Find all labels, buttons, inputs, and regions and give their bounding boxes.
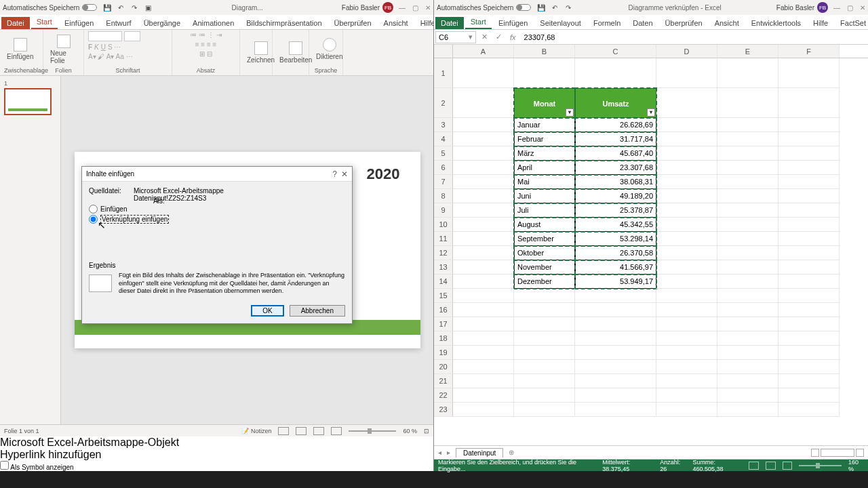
col-D[interactable]: D (656, 45, 717, 58)
ex-view-layout-icon[interactable] (766, 462, 776, 470)
table-cell-month[interactable]: August (514, 218, 575, 232)
ex-tab-start[interactable]: Start (465, 16, 492, 29)
tab-start[interactable]: Start (31, 16, 58, 29)
ex-maximize-icon[interactable]: ▢ (847, 4, 853, 12)
table-cell-value[interactable]: 31.717,84 (575, 132, 656, 146)
autosave-toggle[interactable] (82, 4, 97, 11)
ex-tab-einfuegen[interactable]: Einfügen (493, 17, 533, 29)
filter-icon[interactable]: ▾ (647, 108, 655, 117)
select-all-corner[interactable] (434, 45, 453, 58)
sheet-tab-dateninput[interactable]: Dateninput (456, 448, 503, 458)
table-cell-month[interactable]: Juni (514, 189, 575, 203)
slideshow-icon[interactable]: ▣ (143, 3, 153, 12)
table-cell-month[interactable]: Februar (514, 132, 575, 146)
table-cell-month[interactable]: Mai (514, 175, 575, 189)
hscroll-left-icon[interactable] (811, 449, 819, 457)
table-cell-value[interactable]: 53.298,14 (575, 232, 656, 246)
table-cell-value[interactable]: 26.370,58 (575, 246, 656, 260)
slide-thumb-1[interactable] (4, 88, 52, 115)
ex-close-icon[interactable]: ✕ (860, 4, 865, 12)
table-cell-month[interactable]: März (514, 146, 575, 161)
ex-view-normal-icon[interactable] (749, 462, 759, 470)
header-umsatz[interactable]: Umsatz▾ (575, 88, 656, 118)
fit-icon[interactable]: ⊡ (424, 428, 429, 434)
ex-tab-factset[interactable]: FactSet (835, 17, 868, 29)
close-icon[interactable]: ✕ (425, 4, 431, 12)
ex-tab-hilfe[interactable]: Hilfe (808, 17, 833, 29)
table-cell-value[interactable]: 41.566,97 (575, 260, 656, 274)
cancel-fx-icon[interactable]: ✕ (477, 33, 492, 41)
col-E[interactable]: E (717, 45, 778, 58)
as-symbol-checkbox[interactable]: Als Symbol anzeigen (0, 461, 433, 471)
ex-tab-ueberpruefen[interactable]: Überprüfen (660, 17, 708, 29)
new-slide-button[interactable]: Neue Folie (47, 33, 79, 66)
col-C[interactable]: C (575, 45, 656, 58)
table-cell-value[interactable]: 45.687,40 (575, 146, 656, 161)
fx-icon[interactable]: fx (506, 33, 520, 41)
table-cell-month[interactable]: Januar (514, 118, 575, 132)
cancel-button[interactable]: Abbrechen (290, 305, 345, 317)
notes-button[interactable]: 📝 Notizen (241, 428, 271, 434)
table-cell-month[interactable]: Juli (514, 203, 575, 218)
sheet-nav-next-icon[interactable]: ▸ (447, 449, 450, 456)
tab-datei[interactable]: Datei (1, 17, 30, 29)
redo-icon[interactable]: ↷ (130, 3, 139, 12)
table-cell-month[interactable]: Dezember (514, 274, 575, 289)
tab-entwurf[interactable]: Entwurf (100, 17, 136, 29)
ok-button[interactable]: OK (251, 305, 283, 317)
table-cell-month[interactable]: Oktober (514, 246, 575, 260)
col-B[interactable]: B (514, 45, 575, 58)
tab-ansicht[interactable]: Ansicht (378, 17, 414, 29)
ex-redo-icon[interactable]: ↷ (564, 3, 573, 12)
tab-bildschirm[interactable]: Bildschirmpräsentation (241, 17, 327, 29)
table-cell-value[interactable]: 25.378,87 (575, 203, 656, 218)
name-box[interactable]: C6▾ (435, 31, 476, 43)
hscroll-thumb[interactable] (821, 449, 854, 457)
ex-autosave-toggle[interactable] (516, 4, 531, 11)
hscroll-right-icon[interactable] (856, 449, 864, 457)
table-cell-value[interactable]: 38.068,31 (575, 175, 656, 189)
view-sorter-icon[interactable] (296, 427, 307, 435)
minimize-icon[interactable]: — (399, 4, 406, 12)
header-month[interactable]: Monat▾ (514, 88, 575, 118)
radio-link[interactable]: Verknüpfung einfügen (89, 215, 345, 224)
table-cell-value[interactable]: 45.342,55 (575, 218, 656, 232)
ex-save-icon[interactable]: 💾 (536, 3, 546, 12)
ex-tab-datei[interactable]: Datei (435, 17, 464, 29)
table-cell-value[interactable]: 53.949,17 (575, 274, 656, 289)
table-cell-value[interactable]: 23.307,68 (575, 161, 656, 175)
tab-ueberpruefen[interactable]: Überprüfen (329, 17, 377, 29)
windows-taskbar[interactable] (0, 471, 868, 488)
excel-grid[interactable]: A B C D E F 12Monat▾Umsatz▾3Januar26.628… (434, 45, 868, 445)
ppt-zoom-slider[interactable] (349, 430, 396, 432)
radio-insert[interactable]: Einfügen (89, 205, 345, 214)
paste-button[interactable]: Einfügen (4, 37, 36, 62)
ex-zoom-slider[interactable] (799, 465, 842, 466)
tab-animationen[interactable]: Animationen (187, 17, 239, 29)
ex-tab-ansicht[interactable]: Ansicht (709, 17, 745, 29)
ex-user-badge[interactable]: FB (817, 2, 828, 13)
undo-icon[interactable]: ↶ (116, 3, 125, 12)
formula-value[interactable]: 23307,68 (520, 33, 868, 41)
table-cell-month[interactable]: April (514, 161, 575, 175)
sheet-nav-prev-icon[interactable]: ◂ (438, 449, 441, 456)
ex-view-break-icon[interactable] (783, 462, 793, 470)
ex-tab-seitenlayout[interactable]: Seitenlayout (534, 17, 587, 29)
paste-as-list[interactable]: Microsoft Excel-Arbeitsmappe-Objekt Hype… (0, 436, 433, 461)
ex-tab-daten[interactable]: Daten (627, 17, 658, 29)
filter-icon[interactable]: ▾ (566, 108, 574, 117)
ex-tab-entwickler[interactable]: Entwicklertools (746, 17, 806, 29)
view-normal-icon[interactable] (278, 427, 289, 435)
dialog-close-icon[interactable]: ✕ (341, 169, 348, 179)
table-cell-month[interactable]: September (514, 232, 575, 246)
ex-undo-icon[interactable]: ↶ (550, 3, 559, 12)
tab-uebergaenge[interactable]: Übergänge (138, 17, 186, 29)
add-sheet-icon[interactable]: ⊕ (509, 449, 514, 456)
col-F[interactable]: F (778, 45, 840, 58)
save-icon[interactable]: 💾 (102, 3, 112, 12)
col-A[interactable]: A (453, 45, 514, 58)
ex-tab-formeln[interactable]: Formeln (588, 17, 626, 29)
ppt-user-badge[interactable]: FB (382, 2, 393, 13)
table-cell-month[interactable]: November (514, 260, 575, 274)
dictate-button[interactable]: Diktieren (313, 37, 345, 62)
